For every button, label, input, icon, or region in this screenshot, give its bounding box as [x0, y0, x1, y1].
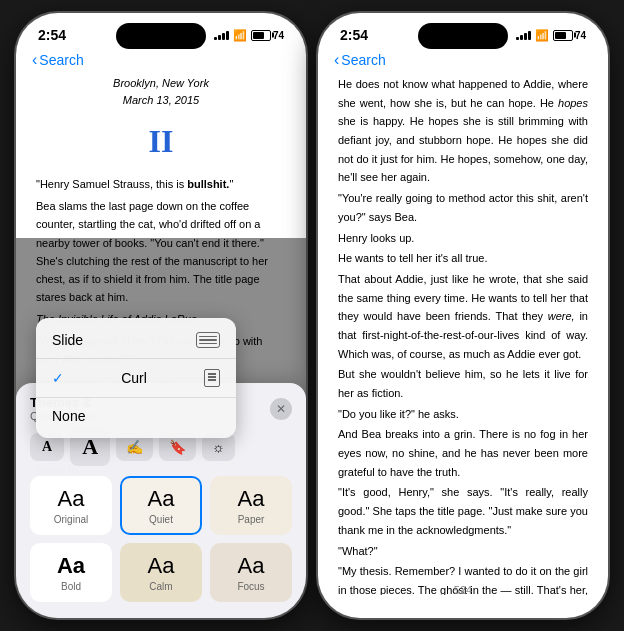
battery-icon: 74	[251, 30, 284, 41]
theme-quiet-aa: Aa	[148, 486, 175, 512]
theme-bold[interactable]: Aa Bold	[30, 543, 112, 602]
signal-icon	[214, 30, 229, 40]
dynamic-island-right	[418, 23, 508, 49]
book-header: Brooklyn, New YorkMarch 13, 2015	[36, 75, 286, 108]
status-icons-left: 📶 74	[214, 29, 284, 42]
nav-bar-left[interactable]: ‹ Search	[16, 47, 306, 75]
theme-original-label: Original	[54, 514, 88, 525]
slide-menu-item-slide[interactable]: Slide	[36, 322, 236, 359]
battery-icon-right: 74	[553, 30, 586, 41]
theme-quiet[interactable]: Aa Quiet	[120, 476, 202, 535]
close-button[interactable]: ✕	[270, 398, 292, 420]
theme-paper[interactable]: Aa Paper	[210, 476, 292, 535]
theme-paper-label: Paper	[238, 514, 265, 525]
theme-calm[interactable]: Aa Calm	[120, 543, 202, 602]
back-chevron-icon-right: ‹	[334, 51, 339, 69]
time-right: 2:54	[340, 27, 368, 43]
theme-focus[interactable]: Aa Focus	[210, 543, 292, 602]
theme-bold-aa: Aa	[57, 553, 85, 579]
back-label-left: Search	[39, 52, 83, 68]
theme-paper-aa: Aa	[238, 486, 265, 512]
back-button-right[interactable]: ‹ Search	[334, 51, 386, 69]
theme-focus-aa: Aa	[238, 553, 265, 579]
theme-original-aa: Aa	[58, 486, 85, 512]
status-icons-right: 📶 74	[516, 29, 586, 42]
page-number: 524	[318, 578, 608, 602]
slide-label: Slide	[52, 332, 83, 348]
slide-menu-item-curl[interactable]: ✓ Curl	[36, 359, 236, 398]
time-left: 2:54	[38, 27, 66, 43]
curl-icon	[204, 369, 220, 387]
slide-menu-item-none[interactable]: None	[36, 398, 236, 434]
theme-calm-aa: Aa	[148, 553, 175, 579]
themes-grid: Aa Original Aa Quiet Aa Paper Aa Bold Aa	[30, 476, 292, 602]
back-button-left[interactable]: ‹ Search	[32, 51, 84, 69]
right-phone: 2:54 📶 74 ‹ Search He does not know what…	[318, 13, 608, 618]
book-content-right: He does not know what happened to Addie,…	[318, 75, 608, 595]
wifi-icon: 📶	[233, 29, 247, 42]
nav-bar-right[interactable]: ‹ Search	[318, 47, 608, 75]
theme-calm-label: Calm	[149, 581, 172, 592]
none-label: None	[52, 408, 85, 424]
checkmark-icon: ✓	[52, 370, 64, 386]
signal-icon-right	[516, 30, 531, 40]
back-label-right: Search	[341, 52, 385, 68]
chapter-number: II	[36, 116, 286, 167]
theme-focus-label: Focus	[237, 581, 264, 592]
theme-original[interactable]: Aa Original	[30, 476, 112, 535]
theme-quiet-label: Quiet	[149, 514, 173, 525]
left-phone: 2:54 📶 74 ‹ Search Brooklyn, New YorkMar…	[16, 13, 306, 618]
wifi-icon-right: 📶	[535, 29, 549, 42]
slide-menu[interactable]: Slide ✓ Curl None	[36, 318, 236, 438]
slide-icon	[196, 332, 220, 348]
curl-label: Curl	[121, 370, 147, 386]
dynamic-island	[116, 23, 206, 49]
theme-bold-label: Bold	[61, 581, 81, 592]
back-chevron-icon: ‹	[32, 51, 37, 69]
